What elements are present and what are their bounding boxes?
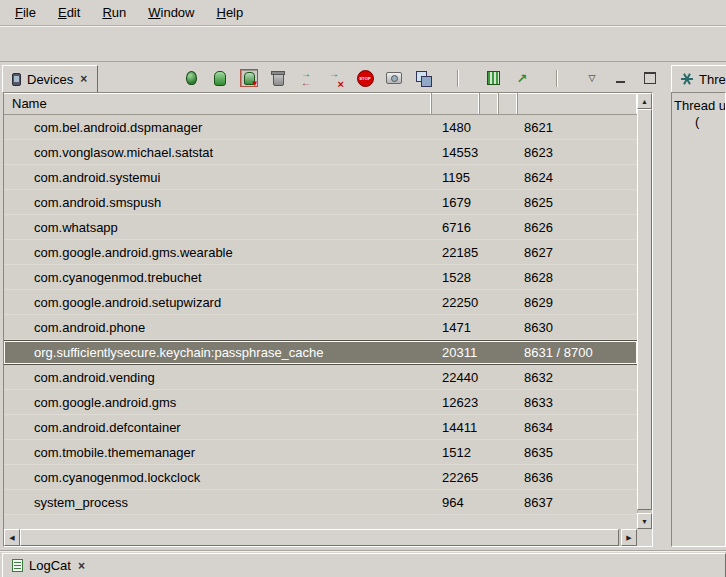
process-port: 8629 [518,295,637,310]
debug-process-icon[interactable] [182,69,200,87]
menu-edit[interactable]: Edit [47,2,91,23]
scrollbar-corner [637,529,652,546]
process-port: 8630 [518,320,637,335]
column-header-extra1[interactable] [480,93,499,114]
table-row[interactable]: com.whatsapp67168626 [4,215,637,240]
threads-message: Thread up( [672,98,725,130]
table-row[interactable]: com.google.android.gms126238633 [4,390,637,415]
device-table-header: Name [4,93,637,115]
table-row[interactable]: org.sufficientlysecure.keychain:passphra… [4,340,637,365]
threads-tabbar: Threads × [670,62,726,92]
process-name: com.android.systemui [4,170,432,185]
threads-tab-label: Threads [699,72,726,87]
process-pid: 14553 [432,145,480,160]
devices-tab-label: Devices [27,72,73,87]
view-hierarchy-icon[interactable] [414,69,432,87]
column-header-extra2[interactable] [499,93,518,114]
screen-capture-icon[interactable] [385,69,403,87]
process-port: 8624 [518,170,637,185]
vertical-scroll-thumb[interactable] [637,109,652,510]
process-port: 8625 [518,195,637,210]
logcat-tab-label: LogCat [29,558,71,573]
process-pid: 1480 [432,120,480,135]
scroll-up-icon[interactable]: ▲ [637,93,652,109]
menu-window[interactable]: Window [137,2,205,23]
table-row[interactable]: com.android.vending224408632 [4,365,637,390]
table-row[interactable]: com.cyanogenmod.trebuchet15288628 [4,265,637,290]
table-row[interactable]: com.vonglasow.michael.satstat145538623 [4,140,637,165]
scroll-right-icon[interactable]: ▶ [621,529,637,546]
menu-help[interactable]: Help [205,2,254,23]
process-pid: 12623 [432,395,480,410]
update-threads-icon[interactable] [298,69,316,87]
table-row[interactable]: com.bel.android.dspmanager14808621 [4,115,637,140]
view-menu-icon[interactable]: ▽ [583,69,601,87]
table-row[interactable]: com.google.android.gms.wearable221858627 [4,240,637,265]
process-name: com.android.smspush [4,195,432,210]
stop-process-icon[interactable]: STOP [356,69,374,87]
table-row[interactable]: com.android.defcontainer144118634 [4,415,637,440]
maximize-icon[interactable] [641,69,659,87]
scroll-left-icon[interactable]: ◀ [4,529,20,546]
menu-run[interactable]: Run [91,2,137,23]
update-heap-icon[interactable] [211,69,229,87]
process-port: 8635 [518,445,637,460]
close-icon[interactable]: × [79,72,88,86]
process-pid: 22440 [432,370,480,385]
process-name: com.whatsapp [4,220,432,235]
process-pid: 1528 [432,270,480,285]
method-profiling-icon[interactable] [327,69,345,87]
process-pid: 6716 [432,220,480,235]
tab-threads[interactable]: Threads × [671,65,726,92]
process-name: com.cyanogenmod.lockclock [4,470,432,485]
process-name: com.google.android.gms.wearable [4,245,432,260]
vertical-scrollbar[interactable]: ▲ ▼ [637,93,652,529]
menu-file[interactable]: File [4,2,47,23]
process-port: 8637 [518,495,637,510]
dump-hprof-icon[interactable] [240,69,258,87]
process-name: com.android.defcontainer [4,420,432,435]
horizontal-scrollbar[interactable]: ◀ ▶ [4,529,637,546]
process-port: 8632 [518,370,637,385]
process-port: 8627 [518,245,637,260]
column-header-name[interactable]: Name [4,93,432,114]
scroll-down-icon[interactable]: ▼ [637,513,652,529]
process-pid: 1471 [432,320,480,335]
threads-icon [681,73,693,85]
process-name: com.android.vending [4,370,432,385]
process-pid: 22265 [432,470,480,485]
process-name: com.cyanogenmod.trebuchet [4,270,432,285]
device-table-body: com.bel.android.dspmanager14808621com.vo… [4,115,637,515]
device-icon [12,73,21,86]
table-row[interactable]: com.android.smspush16798625 [4,190,637,215]
capture-systrace-icon[interactable] [484,69,502,87]
process-pid: 22250 [432,295,480,310]
close-icon[interactable]: × [77,559,86,573]
minimize-icon[interactable] [612,69,630,87]
horizontal-scroll-thumb[interactable] [20,529,619,546]
process-pid: 20311 [432,345,480,360]
logcat-icon [12,559,23,572]
table-row[interactable]: com.cyanogenmod.lockclock222658636 [4,465,637,490]
table-row[interactable]: com.google.android.setupwizard222508629 [4,290,637,315]
toolbar-separator [457,70,459,87]
threads-content: Thread up( [671,92,726,547]
threads-panel: Threads × Thread up( [670,62,726,550]
tab-logcat[interactable]: LogCat × [2,553,726,577]
devices-tabbar: Devices × STOP▽ [0,62,667,92]
threads-message-line: ( [672,114,725,130]
column-header-port[interactable] [518,93,637,114]
table-row[interactable]: com.tmobile.thememanager15128635 [4,440,637,465]
column-header-pid[interactable] [432,93,480,114]
process-port: 8636 [518,470,637,485]
devices-toolbar: STOP▽ [182,65,659,91]
opengl-trace-icon[interactable] [513,69,531,87]
table-row[interactable]: system_process9648637 [4,490,637,515]
tab-devices[interactable]: Devices × [2,65,98,92]
main-toolbar-strip [0,26,726,62]
process-name: org.sufficientlysecure.keychain:passphra… [4,345,432,360]
process-pid: 14411 [432,420,480,435]
table-row[interactable]: com.android.phone14718630 [4,315,637,340]
cause-gc-icon[interactable] [269,69,287,87]
table-row[interactable]: com.android.systemui11958624 [4,165,637,190]
